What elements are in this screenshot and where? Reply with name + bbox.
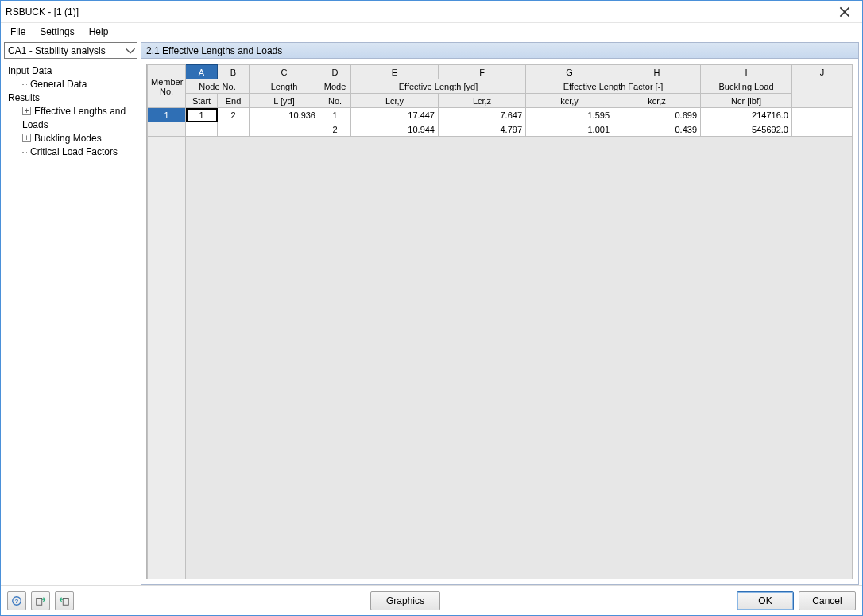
- export-button[interactable]: [31, 591, 50, 610]
- cell-end[interactable]: [218, 122, 250, 137]
- cell-mode[interactable]: 2: [319, 122, 351, 137]
- col-mode: Mode: [319, 79, 351, 94]
- tree-results[interactable]: Results: [5, 91, 137, 105]
- col-letter-E[interactable]: E: [351, 65, 439, 79]
- import-button[interactable]: [55, 591, 74, 610]
- nav-tree: Input Data General Data Results +Effecti…: [4, 62, 137, 585]
- tree-input-data[interactable]: Input Data: [5, 64, 137, 78]
- tree-buckling-modes[interactable]: +Buckling Modes: [5, 132, 137, 145]
- col-lyd: L [yd]: [250, 94, 319, 108]
- cell-j[interactable]: [792, 108, 853, 122]
- cell-start[interactable]: 1: [186, 108, 218, 122]
- results-grid[interactable]: Member No. A B C D E F G H I: [146, 64, 853, 579]
- cell-ncr[interactable]: 545692.0: [701, 122, 792, 137]
- cell-lcrz[interactable]: 7.647: [439, 108, 526, 122]
- col-lcrz: Lcr,z: [439, 94, 526, 108]
- cell-start[interactable]: [186, 122, 218, 137]
- cell-lcrz[interactable]: 4.797: [439, 122, 526, 137]
- cell-kcry[interactable]: 1.001: [526, 122, 613, 137]
- menu-help[interactable]: Help: [83, 25, 115, 39]
- tree-label: Buckling Modes: [34, 133, 102, 144]
- svg-rect-2: [37, 598, 42, 605]
- cell-end[interactable]: 2: [218, 108, 250, 122]
- col-buckling: Buckling Load: [701, 79, 792, 94]
- col-letter-G[interactable]: G: [526, 65, 613, 79]
- col-eff-len: Effective Length [yd]: [351, 79, 526, 94]
- menu-file[interactable]: File: [4, 25, 32, 39]
- col-length: Length: [250, 79, 319, 94]
- tree-label: General Data: [30, 79, 87, 90]
- menu-settings[interactable]: Settings: [33, 25, 80, 39]
- cell-kcry[interactable]: 1.595: [526, 108, 613, 122]
- col-letter-C[interactable]: C: [250, 65, 319, 79]
- cancel-button[interactable]: Cancel: [799, 591, 856, 610]
- import-icon: [59, 595, 70, 606]
- help-button[interactable]: ?: [7, 591, 26, 610]
- table-row[interactable]: 1 1 2 10.936 1 17.447 7.647 1.595 0.699 …: [148, 108, 853, 122]
- col-node-no: Node No.: [186, 79, 250, 94]
- empty-area: [186, 137, 853, 580]
- col-letter-A[interactable]: A: [186, 65, 218, 79]
- tree-label: Input Data: [8, 65, 52, 76]
- tree-general-data[interactable]: General Data: [5, 78, 137, 91]
- col-j: [792, 79, 853, 108]
- chevron-down-icon: [123, 43, 137, 58]
- cell-j[interactable]: [792, 122, 853, 137]
- ok-button[interactable]: OK: [737, 591, 794, 610]
- close-button[interactable]: [832, 3, 857, 21]
- col-start: Start: [186, 94, 218, 108]
- tree-label: Results: [8, 92, 40, 103]
- col-mode-no: No.: [319, 94, 351, 108]
- cell-l[interactable]: [250, 122, 319, 137]
- col-member: Member No.: [148, 65, 186, 108]
- tree-effective-lengths[interactable]: +Effective Lengths and Loads: [5, 105, 137, 132]
- expand-icon[interactable]: +: [22, 134, 31, 142]
- panel-title: 2.1 Effective Lengths and Loads: [141, 43, 858, 59]
- col-letter-H[interactable]: H: [613, 65, 701, 79]
- tree-line-icon: [22, 84, 27, 85]
- cell-l[interactable]: 10.936: [250, 108, 319, 122]
- tree-line-icon: [22, 152, 27, 153]
- cell-kcrz[interactable]: 0.439: [613, 122, 701, 137]
- case-select-value: CA1 - Stability analysis: [8, 45, 106, 56]
- cell-lcry[interactable]: 17.447: [351, 108, 439, 122]
- svg-text:?: ?: [15, 597, 19, 604]
- col-letter-B[interactable]: B: [218, 65, 250, 79]
- titlebar: RSBUCK - [1 (1)]: [1, 1, 862, 23]
- tree-label: Effective Lengths and Loads: [22, 106, 126, 130]
- row-header[interactable]: [148, 122, 186, 137]
- cell-lcry[interactable]: 10.944: [351, 122, 439, 137]
- tree-label: Critical Load Factors: [30, 146, 118, 157]
- col-ncr: Ncr [lbf]: [701, 94, 792, 108]
- footer: ? Graphics OK Cancel: [1, 585, 862, 615]
- col-end: End: [218, 94, 250, 108]
- table-row[interactable]: 2 10.944 4.797 1.001 0.439 545692.0: [148, 122, 853, 137]
- menubar: File Settings Help: [1, 23, 862, 41]
- col-kcrz: kcr,z: [613, 94, 701, 108]
- main-panel: 2.1 Effective Lengths and Loads: [141, 42, 859, 585]
- col-kcry: kcr,y: [526, 94, 613, 108]
- col-eff-fac: Effective Length Factor [-]: [526, 79, 701, 94]
- cell-ncr[interactable]: 214716.0: [701, 108, 792, 122]
- svg-rect-3: [63, 598, 68, 605]
- case-select[interactable]: CA1 - Stability analysis: [4, 42, 137, 59]
- export-icon: [35, 595, 46, 606]
- help-icon: ?: [11, 595, 22, 606]
- close-icon: [839, 6, 850, 17]
- col-lcry: Lcr,y: [351, 94, 439, 108]
- col-letter-I[interactable]: I: [701, 65, 792, 79]
- row-header[interactable]: [148, 137, 186, 580]
- cell-kcrz[interactable]: 0.699: [613, 108, 701, 122]
- col-letter-D[interactable]: D: [319, 65, 351, 79]
- tree-critical-load[interactable]: Critical Load Factors: [5, 145, 137, 159]
- window-title: RSBUCK - [1 (1)]: [6, 6, 832, 17]
- col-letter-F[interactable]: F: [439, 65, 526, 79]
- row-header[interactable]: 1: [148, 108, 186, 122]
- col-letter-J[interactable]: J: [792, 65, 853, 79]
- cell-mode[interactable]: 1: [319, 108, 351, 122]
- graphics-button[interactable]: Graphics: [370, 591, 440, 610]
- expand-icon[interactable]: +: [22, 107, 31, 115]
